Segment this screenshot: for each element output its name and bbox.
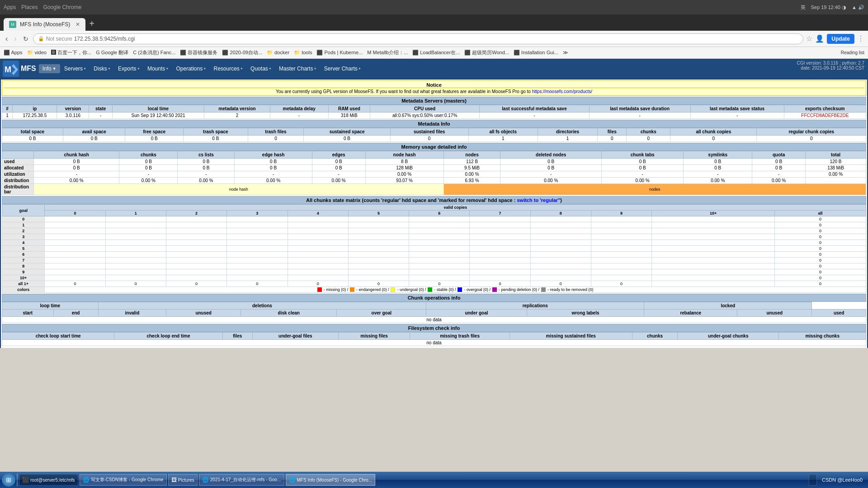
table-row: 10+0 (2, 275, 866, 281)
menu-button[interactable]: ⋮ (857, 34, 864, 43)
bookmark-loadbalancer[interactable]: ⬛ LoadBalancer在... (412, 49, 460, 56)
forward-button[interactable]: › (12, 34, 18, 44)
bookmark-2020[interactable]: ⬛ 2020-09自动... (222, 49, 262, 56)
table-row: 0 B 0 B 0 B 0 B 0 0 B 0 1 1 0 0 0 0 (2, 136, 866, 142)
filesystem-check-table: check loop start time check loop end tim… (2, 332, 866, 346)
table-row: distribution bar node hash nodes (2, 184, 866, 195)
table-row: 30 (2, 234, 866, 240)
col-state: state (89, 105, 112, 113)
switch-to-regular-link[interactable]: switch to 'regular' (517, 197, 559, 203)
datetime-display: Sep 19 12:40 ◑ (811, 5, 847, 10)
address-text: 172.25.38.5:9425/mfs.cgi (74, 36, 135, 42)
color-legend-row: colors - missing (0) / - endangered (0) … (2, 287, 866, 293)
notice-link[interactable]: https://moosefs.com/products/ (532, 89, 592, 94)
table-row: 80 (2, 263, 866, 269)
chunks-matrix-title: All chunks state matrix (counts 'regular… (2, 196, 866, 204)
col-cpu-used: CPU used (370, 105, 479, 113)
bookmark-apps[interactable]: ⬛ Apps (4, 50, 23, 56)
chunk-operations-title: Chunk operations info (2, 294, 866, 302)
table-row: 90 (2, 269, 866, 275)
overgoal-color (458, 287, 462, 292)
mfs-nav: Info▼ Servers+ Disks+ Exports+ Mounts+ O… (39, 64, 364, 73)
table-row: 1 172.25.38.5 3.0.116 - Sun Sep 19 12:40… (2, 113, 866, 119)
table-row: 00 (2, 216, 866, 222)
applications-menu[interactable]: Apps (4, 4, 16, 10)
nav-exports[interactable]: Exports+ (114, 64, 143, 73)
undergoal-color (391, 287, 395, 292)
nav-disks[interactable]: Disks+ (90, 64, 114, 73)
notice-title: Notice (4, 82, 864, 88)
col-metadata-version: metadata version (204, 105, 270, 113)
bookmark-docker[interactable]: 📁 docker (267, 50, 289, 56)
memory-usage-section: Memory usage detailed info chunk hash ch… (2, 143, 866, 195)
new-tab-button[interactable]: + (85, 19, 98, 31)
notice-section: Notice You are currently using GPL versi… (2, 80, 866, 96)
table-row: no data (2, 317, 866, 323)
table-row: utilization - - - - - 0.00 % 0.00 % - - … (2, 171, 866, 178)
nav-resources[interactable]: Resources+ (210, 64, 246, 73)
filesystem-check-section: Filesystem check info check loop start t… (2, 324, 866, 346)
metadata-info-table: total space avail space free space trash… (2, 128, 866, 142)
bookmark-baidu[interactable]: 🅱 百度一下，你... (51, 49, 91, 56)
back-button[interactable]: ‹ (4, 34, 9, 44)
tab-title: MFS Info (MooseFS) (20, 21, 70, 28)
col-version: version (57, 105, 89, 113)
notice-text: You are currently using GPL version of M… (4, 89, 864, 94)
bookmark-video[interactable]: 📁 video (27, 50, 47, 56)
endangered-color (350, 287, 354, 292)
chunk-operations-section: Chunk operations info loop time deletion… (2, 294, 866, 323)
locale-indicator: 英 (801, 4, 806, 11)
google-chrome-menu[interactable]: Google Chrome (43, 4, 81, 10)
col-metadata-delay: metadata delay (270, 105, 328, 113)
chunk-operations-table: loop time deletions replications locked … (2, 302, 866, 323)
system-icons: ▲ 🔊 (852, 5, 864, 10)
table-row: 50 (2, 246, 866, 252)
bookmark-google-translate[interactable]: G Google 翻译 (96, 49, 128, 56)
places-menu[interactable]: Places (21, 4, 38, 10)
table-row: used 0 B 0 B 0 B 0 B 0 B 8 B 112 B 0 B 0… (2, 159, 866, 165)
table-row: 20 (2, 228, 866, 234)
table-row: 10 (2, 222, 866, 228)
bookmark-more[interactable]: ≫ (563, 50, 568, 56)
table-row: 40 (2, 240, 866, 246)
nav-servers[interactable]: Servers+ (61, 64, 90, 73)
bookmark-installation[interactable]: ⬛ Installation Gui... (514, 50, 558, 56)
metadata-servers-table: # ip version state local time metadata v… (2, 105, 866, 119)
chunks-matrix-table: goal valid copies 0 1 2 3 4 5 6 7 8 9 (2, 204, 866, 293)
bookmark-container[interactable]: ⬛ 容器镜像服务 (180, 49, 217, 56)
metadata-info-section: Metadata Info total space avail space fr… (2, 120, 866, 142)
nav-operations[interactable]: Operations+ (173, 64, 210, 73)
bookmark-resume[interactable]: ⬛ 超级简历Wond... (464, 49, 509, 56)
table-row: no data (2, 340, 866, 346)
missing-color (317, 287, 322, 292)
col-ip: ip (13, 105, 57, 113)
nav-master-charts[interactable]: Master Charts+ (275, 64, 320, 73)
metadata-servers-section: Metadata Servers (masters) # ip version … (2, 97, 866, 119)
nav-mounts[interactable]: Mounts+ (144, 64, 172, 73)
address-bar[interactable]: 🔒 Not secure 172.25.38.5:9425/mfs.cgi (33, 33, 804, 44)
user-button[interactable]: 👤 (815, 34, 824, 43)
col-hash: # (2, 105, 13, 113)
mfs-title: MFS (21, 65, 36, 73)
bookmark-button[interactable]: ☆ (806, 34, 812, 43)
update-button[interactable]: Update (827, 34, 854, 44)
browser-tab[interactable]: M MFS Info (MooseFS) ✕ (4, 18, 85, 31)
metadata-servers-title: Metadata Servers (masters) (2, 97, 866, 105)
nav-quotas[interactable]: Quotas+ (247, 64, 275, 73)
pending-color (492, 287, 497, 292)
bookmark-tools[interactable]: 📁 tools (294, 50, 312, 56)
col-last-meta-save: last successful metadata save (480, 105, 589, 113)
col-local-time: local time (112, 105, 204, 113)
tab-close-button[interactable]: ✕ (75, 21, 80, 28)
nav-server-charts[interactable]: Server Charts+ (321, 64, 364, 73)
reload-button[interactable]: ↻ (21, 34, 30, 43)
memory-usage-table: chunk hash chunks cs lists edge hash edg… (2, 151, 866, 195)
table-row-all: all 1+ 00000000000 (2, 281, 866, 287)
reading-list[interactable]: Reading list (841, 50, 864, 55)
bookmark-metallb[interactable]: M Metallb介绍：... (367, 49, 408, 56)
bookmark-pods[interactable]: ⬛ Pods | Kuberne... (316, 50, 363, 56)
table-row: 70 (2, 258, 866, 263)
bookmark-fanc[interactable]: C (2条消息) Fanc... (133, 49, 175, 56)
table-row: 60 (2, 252, 866, 258)
nav-info[interactable]: Info▼ (39, 64, 60, 73)
